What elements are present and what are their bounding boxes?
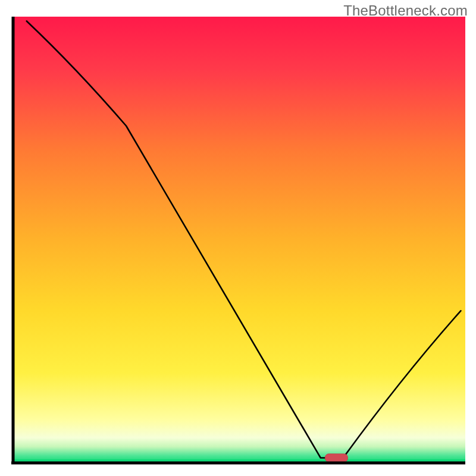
watermark-label: TheBottleneck.com (343, 2, 468, 19)
plot-frame (11, 17, 465, 465)
optimal-marker (325, 454, 347, 462)
chart-container: TheBottleneck.com (0, 0, 476, 476)
plot-svg (11, 17, 465, 465)
plot-background (13, 17, 465, 462)
